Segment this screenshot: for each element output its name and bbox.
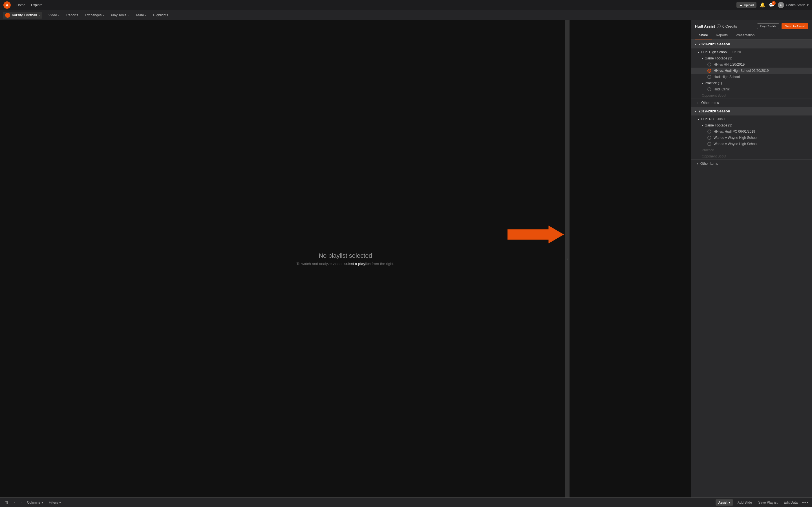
season-2019-2020-header[interactable]: ▪ 2019-2020 Season [691,107,812,115]
no-playlist-message: No playlist selected To watch and analyz… [297,252,395,266]
nav-play-tools[interactable]: Play Tools ▾ [108,12,132,18]
season-name: 2020-2021 Season [699,42,730,46]
team-name-label: Varsity Football [12,13,37,17]
nav-exchanges[interactable]: Exchanges ▾ [82,12,107,18]
team-selector[interactable]: Varsity Football ▾ [3,12,42,18]
team-date: Jun 1 [717,117,725,121]
playlist-label: Wahoo v Wayne High School [714,142,757,146]
notifications-button[interactable]: 🔔 [760,2,765,8]
save-playlist-button[interactable]: Save Playlist [756,500,779,505]
tab-reports[interactable]: Reports [712,32,732,40]
folder-label: Game Footage (3) [705,56,732,60]
playlist-label: Hudl High School [714,75,740,79]
send-to-assist-button[interactable]: Send to Assist [781,23,808,29]
main-container: No playlist selected To watch and analyz… [0,20,812,497]
tab-presentation[interactable]: Presentation [732,32,758,40]
video-area: No playlist selected To watch and analyz… [0,20,691,497]
nav-video[interactable]: Video ▾ [46,12,62,18]
playlist-label: Wahoo v Wayne High School [714,136,757,140]
folder-label: Game Footage (3) [705,123,732,127]
hudl-logo[interactable] [3,1,11,9]
list-item[interactable]: HH vs. Hudl High School 06/20/2019 [691,68,812,74]
collapse-arrow-icon: › [567,258,567,261]
list-item[interactable]: Hudl High School [691,74,812,80]
greyed-opponent-scout[interactable]: Opponent Scout [691,153,812,159]
toolbar-left: ⇅ ‹ › Columns ▾ Filters ▾ [3,499,63,506]
radio-circle-selected [707,69,711,73]
season-name: 2019-2020 Season [699,109,730,113]
playlist-label: HH vs. Hudl High School 06/20/2019 [714,69,769,73]
message-badge: 1 [772,1,776,5]
folder-practice-2020[interactable]: ▪ Practice (1) [691,80,812,86]
exchanges-chevron-icon: ▾ [103,14,104,17]
folder-game-footage-2020[interactable]: ▪ Game Footage (3) [691,55,812,61]
columns-button[interactable]: Columns ▾ [26,500,45,505]
buy-credits-button[interactable]: Buy Credits [757,23,779,29]
other-items-label: Other Items [700,162,718,166]
assist-title: Hudl Assist [695,24,715,29]
assist-main-button[interactable]: Assist ▾ [716,499,733,506]
list-item[interactable]: HH vs. Hudl PC 06/01/2019 [691,128,812,135]
team-hudl-high-school[interactable]: ▪ Hudl High School Jun 20 [691,48,812,55]
toolbar-right: Assist ▾ Add Slide Save Playlist Edit Da… [716,499,809,506]
radio-circle [707,62,711,66]
more-options-button[interactable]: ••• [802,500,809,505]
nav-highlights[interactable]: Highlights [150,12,171,18]
team-collapse-icon: ▪ [698,50,699,54]
assist-title-row: Hudl Assist i 0 Credits [695,24,737,29]
list-item[interactable]: Wahoo v Wayne High School [691,135,812,141]
other-items-2020[interactable]: + Other Items [691,99,812,107]
list-item[interactable]: HH vs HH 6/20/2019 [691,61,812,68]
adjust-icon: ⇅ [5,500,9,505]
svg-marker-1 [507,226,564,244]
messages-button[interactable]: 💬 1 [769,2,774,8]
upload-icon: ☁ [739,3,742,7]
prev-button[interactable]: ‹ [13,500,17,505]
no-playlist-desc: To watch and analyze video, select a pla… [297,262,395,266]
playlist-label: HH vs. Hudl PC 06/01/2019 [714,129,755,133]
season-2020-2021-header[interactable]: ▪ 2020-2021 Season [691,40,812,48]
other-items-2019[interactable]: ▪ Other Items [691,159,812,168]
folder-collapse-icon: ▪ [702,123,703,127]
team-hudl-pc[interactable]: ▪ Hudl PC Jun 1 [691,115,812,122]
columns-chevron-icon: ▾ [42,501,43,504]
tab-share[interactable]: Share [695,32,712,40]
team-date: Jun 20 [731,50,741,54]
next-button[interactable]: › [19,500,23,505]
bottom-toolbar: ⇅ ‹ › Columns ▾ Filters ▾ Assist ▾ Add S… [0,497,812,507]
team-chevron-icon: ▾ [39,14,40,17]
coach-avatar: C [778,2,784,8]
greyed-practice[interactable]: Practice [691,147,812,153]
list-item[interactable]: Wahoo v Wayne High School [691,141,812,147]
adjust-columns-button[interactable]: ⇅ [3,499,10,506]
explore-nav-link[interactable]: Explore [31,3,43,7]
panel-collapse-toggle[interactable]: › [565,20,569,497]
season-collapse-icon: ▪ [695,42,696,46]
season-collapse-icon: ▪ [695,109,696,113]
edit-data-button[interactable]: Edit Data [782,500,799,505]
tree-panel: ▪ 2020-2021 Season ▪ Hudl High School Ju… [691,40,812,497]
radio-circle [707,75,711,79]
upload-button[interactable]: ☁ Upload [737,2,756,8]
folder-collapse-icon: ▪ [702,56,703,60]
coach-menu[interactable]: C Coach Smith ▾ [778,2,809,8]
team-icon [5,13,10,18]
home-nav-link[interactable]: Home [16,3,26,7]
team-label: Hudl High School [701,50,727,54]
radio-circle [707,136,711,140]
radio-circle [707,142,711,146]
add-slide-button[interactable]: Add Slide [736,500,754,505]
nav-team[interactable]: Team ▾ [133,12,149,18]
filters-chevron-icon: ▾ [59,501,61,504]
top-nav-left: Home Explore [3,1,43,9]
assist-info-icon[interactable]: i [717,24,721,28]
plus-icon: + [697,101,699,105]
greyed-opponent-scout[interactable]: Opponent Scout [691,93,812,99]
radio-circle [707,87,711,91]
assist-top-row: Hudl Assist i 0 Credits Buy Credits Send… [695,23,808,29]
nav-reports[interactable]: Reports [63,12,81,18]
filters-button[interactable]: Filters ▾ [47,500,63,505]
folder-game-footage-2019[interactable]: ▪ Game Footage (3) [691,122,812,128]
list-item[interactable]: Hudl Clinic [691,86,812,93]
svg-point-0 [6,14,9,16]
